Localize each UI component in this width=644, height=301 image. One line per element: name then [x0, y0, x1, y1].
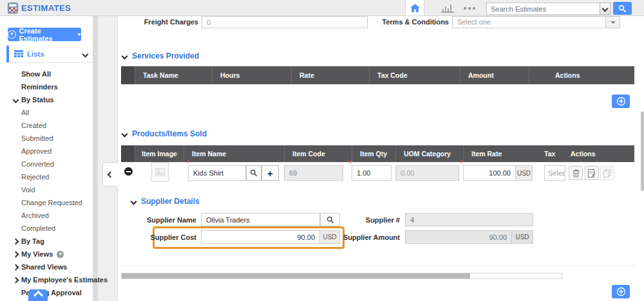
label: By Tag: [21, 237, 44, 245]
vertical-scrollbar-thumb[interactable]: [641, 111, 644, 191]
sidebar-item-show-all[interactable]: Show All: [0, 68, 93, 80]
column-item-image: Item Image: [135, 145, 184, 162]
chevron-down-icon: [122, 131, 128, 137]
sidebar-item-shared-views[interactable]: Shared Views: [0, 260, 93, 273]
column-actions: Actions: [529, 66, 634, 84]
supplier-number-label: Supplier #: [335, 216, 400, 224]
horizontal-scrollbar-thumb[interactable]: [122, 273, 470, 278]
terms-selected-value: Select one: [457, 18, 491, 26]
tax-selected-value: Select: [548, 169, 565, 177]
label: By Status: [21, 96, 54, 104]
table-grid-icon: [14, 50, 23, 58]
sidebar-item-lists[interactable]: Lists: [6, 46, 93, 63]
home-tab[interactable]: [405, 0, 424, 15]
item-name-input[interactable]: [188, 165, 246, 181]
chevron-down-icon: [602, 6, 609, 12]
column-uom-category: UOM Category: [395, 145, 463, 162]
add-view-icon[interactable]: +: [57, 251, 64, 258]
reports-button[interactable]: [440, 3, 455, 13]
freight-charges-label: Freight Charges: [121, 18, 198, 26]
column-actions: Actions: [568, 145, 634, 162]
search-options-dropdown[interactable]: [600, 3, 611, 15]
sidebar-item-rejected[interactable]: Rejected: [0, 170, 93, 183]
more-options-icon[interactable]: [464, 7, 475, 10]
sidebar-collapse-handle[interactable]: [102, 162, 118, 187]
sidebar-item-all[interactable]: All: [0, 106, 93, 119]
select-caret-box: [605, 17, 620, 28]
bar-chart-icon: [440, 3, 455, 13]
trash-icon: [573, 169, 580, 178]
sidebar-item-void[interactable]: Void: [0, 183, 93, 196]
add-service-button[interactable]: [612, 95, 630, 108]
sidebar-item-reminders[interactable]: Reminders: [0, 80, 93, 93]
uom-category-input: [395, 165, 459, 181]
search-icon: [327, 216, 334, 224]
products-section-title: Products/Items Sold: [132, 129, 207, 138]
column-item-qty: Item Qty: [352, 145, 395, 162]
caret-down-icon: [77, 33, 81, 36]
remove-row-icon[interactable]: [124, 167, 133, 176]
sidebar-item-submitted[interactable]: Submitted: [0, 132, 93, 145]
sidebar-item-my-views[interactable]: My Views+: [0, 248, 93, 260]
label: My Employee's Estimates: [21, 276, 108, 284]
sidebar-menu: Show All Reminders By Status All Created…: [0, 68, 93, 299]
app-title: ESTIMATES: [21, 3, 71, 13]
services-table-header: Task Name Hours Rate Tax Code Amount Act…: [121, 66, 634, 84]
supplier-name-label: Supplier Name: [122, 216, 196, 224]
sidebar-item-my-employees-estimates[interactable]: My Employee's Estimates: [0, 273, 93, 286]
sidebar-item-change-requested[interactable]: Change Requested: [0, 196, 93, 209]
services-lead-column: [121, 66, 135, 84]
estimates-app: ESTIMATES: [0, 0, 644, 301]
plus-circle-icon: [616, 287, 626, 296]
chevron-up-icon: [33, 290, 43, 300]
sidebar-item-created[interactable]: Created: [0, 119, 93, 132]
section-divider: [121, 265, 634, 266]
sidebar-item-completed[interactable]: Completed: [0, 222, 93, 235]
edit-note-button[interactable]: [585, 166, 599, 180]
sidebar-item-archived[interactable]: Archived: [0, 209, 93, 222]
item-search-button[interactable]: [246, 165, 261, 181]
tax-select[interactable]: Select: [544, 165, 565, 181]
create-estimates-label: Create Estimates: [19, 27, 74, 42]
supplier-cost-input[interactable]: [201, 230, 320, 244]
column-hours: Hours: [212, 66, 291, 84]
sidebar-scrollbar[interactable]: [93, 16, 98, 301]
supplier-name-input[interactable]: [201, 213, 320, 226]
lists-label: Lists: [27, 50, 44, 58]
add-product-button[interactable]: [612, 285, 630, 298]
services-section-header[interactable]: Services Provided: [122, 51, 199, 60]
sidebar-item-approved[interactable]: Approved: [0, 145, 93, 158]
horizontal-scrollbar[interactable]: [121, 273, 563, 279]
sidebar-item-by-status[interactable]: By Status: [0, 93, 93, 106]
chevron-down-icon: [82, 51, 89, 57]
column-amount: Amount: [460, 66, 529, 84]
search-input[interactable]: [486, 3, 605, 15]
column-tax-code: Tax Code: [369, 66, 460, 84]
item-add-button[interactable]: +: [261, 165, 279, 181]
chevron-right-icon: [13, 239, 19, 245]
supplier-amount-input: [405, 230, 512, 244]
delete-row-button[interactable]: [569, 166, 583, 180]
item-qty-input[interactable]: [352, 165, 392, 181]
supplier-amount-currency: USD: [512, 230, 533, 244]
item-rate-input[interactable]: [463, 165, 516, 181]
sidebar-item-converted[interactable]: Converted: [0, 158, 93, 170]
search-icon: [250, 169, 258, 177]
create-estimates-button[interactable]: + Create Estimates: [8, 28, 81, 41]
supplier-section-header[interactable]: Supplier Details: [131, 197, 200, 206]
search-button[interactable]: [613, 2, 632, 15]
terms-conditions-select[interactable]: Select one: [452, 16, 620, 28]
chevron-right-icon: [13, 251, 19, 258]
column-item-code: Item Code: [284, 145, 352, 162]
copy-row-button[interactable]: [600, 166, 614, 180]
home-icon: [410, 4, 420, 12]
supplier-number-input: [405, 213, 533, 226]
item-image-placeholder[interactable]: [151, 162, 169, 182]
products-lead-column: [121, 145, 135, 162]
products-table-header: Item Image Item Name Item Code Item Qty …: [121, 145, 634, 162]
sidebar-item-by-tag[interactable]: By Tag: [0, 235, 93, 248]
scroll-to-top-button[interactable]: [28, 289, 48, 301]
products-section-header[interactable]: Products/Items Sold: [122, 129, 207, 138]
caret-down-icon: [611, 21, 616, 24]
freight-charges-input[interactable]: [202, 16, 368, 28]
